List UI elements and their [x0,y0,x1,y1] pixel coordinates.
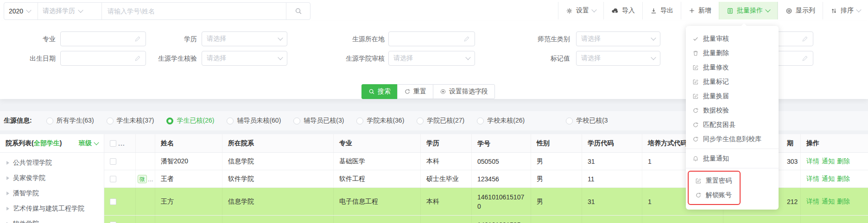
radio-student-unverified[interactable]: 学生未核(37) [107,117,154,125]
cell-gender: 男 [531,188,582,215]
refresh-icon [692,136,699,142]
sidebar-item-software[interactable]: 软件学院 [0,216,104,223]
cell-select [104,188,136,215]
wechat-tag-badge: 微 [138,175,147,183]
sidebar-item-public-management[interactable]: 公共管理学院 [0,155,104,170]
filter-college-audit-select[interactable]: 请选择 [388,51,475,66]
cell-gender [531,216,582,223]
list-icon [727,7,734,14]
batch-actions-button[interactable]: 批量操作 [719,2,778,19]
notify-link[interactable]: 通知 [822,175,835,183]
sort-button[interactable]: 排序 [823,2,868,19]
menu-item-label: 同步学生信息到校库 [703,135,761,143]
menu-item-batch-transition[interactable]: 批量换届 [686,89,779,103]
header-gender: 性别 [531,134,582,152]
header-name: 姓名 [155,134,222,152]
tree-item-label: 潘智学院 [13,189,39,198]
row-checkbox[interactable] [110,176,116,182]
menu-item-batch-audit[interactable]: 批量审核 [686,31,779,46]
filter-mark-value-select[interactable]: 请选择 [576,51,660,66]
chevron-down-icon [651,35,656,40]
radio-school-unverified[interactable]: 学校未核(26) [477,117,525,125]
menu-item-unlock-account[interactable]: 解锁账号 [689,188,740,202]
check-icon [692,36,699,42]
target-icon [786,7,792,14]
filter-student-check-select[interactable]: 请选择 [202,51,287,66]
menu-item-batch-mark[interactable]: 批量标记 [686,74,779,89]
header-major: 专业 [334,134,421,152]
radio-college-unverified[interactable]: 学院未核(36) [356,117,404,125]
notify-link[interactable]: 通知 [822,198,835,206]
filter-education-select[interactable]: 请选择 [202,31,287,46]
radio-school-verified[interactable]: 学校已核(3 [566,117,608,125]
menu-item-reset-password[interactable]: 重置密码 [689,173,740,188]
class-dropdown[interactable]: 班级 [79,139,98,148]
detail-link[interactable]: 详情 [806,157,819,166]
pencil-icon [134,36,141,42]
header-action: 操作 [801,134,868,152]
radio-all-students[interactable]: 所有学生(63) [46,117,94,125]
cell-action: 详情 通知 删除 [801,188,868,215]
education-select[interactable]: 请选择学历 [38,3,101,19]
filter-birthdate-field [60,51,146,66]
tree-item-label: 软件学院 [13,220,39,223]
import-button[interactable]: 导入 [603,2,642,19]
delete-link[interactable]: 删除 [837,157,850,166]
table-row-partial[interactable]: 146101081535 [104,216,868,223]
radio-student-verified[interactable]: 学生已核(26) [166,117,214,125]
sidebar-item-panzhi[interactable]: 潘智学院 [0,186,104,201]
sidebar-item-art-media[interactable]: 艺术传媒与建筑工程学院 [0,201,104,216]
radio-counselor-unverified[interactable]: 辅导员未核(60) [227,117,281,125]
delete-link[interactable]: 删除 [837,175,850,183]
detail-link[interactable]: 详情 [806,175,819,183]
sort-button-label: 排序 [841,6,854,15]
menu-item-label: 批量删除 [703,49,729,57]
export-button[interactable]: 导出 [642,2,681,19]
cell-education-code: 31 [582,188,642,215]
menu-item-batch-delete[interactable]: 批量删除 [686,46,779,60]
search-button[interactable]: 搜索 [361,84,398,99]
delete-link[interactable]: 删除 [837,198,850,206]
filter-major-input[interactable] [65,32,132,46]
cell-date [768,216,801,223]
row-checkbox[interactable] [110,198,116,205]
radio-icon [356,118,363,124]
display-columns-button[interactable]: 显示列 [778,2,823,19]
cell-name [155,216,222,223]
department-sidebar: 院系列表(全部学生) 班级 公共管理学院 吴家俊学院 潘智学院 艺术传媒与建筑工… [0,134,104,223]
add-button[interactable]: 新增 [681,2,719,19]
radio-icon [293,118,300,124]
select-placeholder: 请选择 [207,54,276,62]
radio-college-verified[interactable]: 学院已核(27) [417,117,464,125]
caret-right-icon [6,192,9,195]
settings-button[interactable]: 设置 [558,2,603,19]
filter-normal-student-type-select[interactable]: 请选择 [576,31,660,46]
cell-tag [136,188,155,215]
header-more-dots: ... [118,140,125,147]
radio-counselor-verified[interactable]: 辅导员已核(3) [293,117,344,125]
reset-button[interactable]: 重置 [397,84,433,99]
filter-origin-input[interactable] [393,32,461,46]
menu-item-sync-to-school[interactable]: 同步学生信息到校库 [686,132,779,146]
detail-link[interactable]: 详情 [806,198,819,206]
chevron-down-icon [278,35,283,40]
menu-item-batch-notify[interactable]: 批量通知 [686,151,779,166]
search-submit-button[interactable] [286,3,310,19]
menu-item-label: 批量标记 [703,78,729,86]
filter-birthdate-input[interactable] [65,51,132,65]
filter-label-normal-student-type: 师范生类别 [510,31,570,46]
menu-item-data-check[interactable]: 数据校验 [686,103,779,118]
year-select[interactable]: 2020 [4,3,38,19]
select-all-checkbox[interactable] [110,140,116,147]
filter-origin-field [388,31,475,46]
menu-item-batch-edit[interactable]: 批量修改 [686,60,779,74]
notify-link[interactable]: 通知 [822,157,835,166]
menu-item-match-poverty-county[interactable]: 匹配贫困县 [686,118,779,132]
row-checkbox[interactable] [110,158,116,165]
sidebar-item-wujiajun[interactable]: 吴家俊学院 [0,170,104,186]
student-search-input[interactable] [102,4,286,19]
filter-label-education: 学历 [148,31,197,46]
set-filter-fields-button[interactable]: 设置筛选字段 [433,84,495,99]
row-checkbox[interactable] [110,222,116,223]
cell-gender: 男 [531,153,582,170]
